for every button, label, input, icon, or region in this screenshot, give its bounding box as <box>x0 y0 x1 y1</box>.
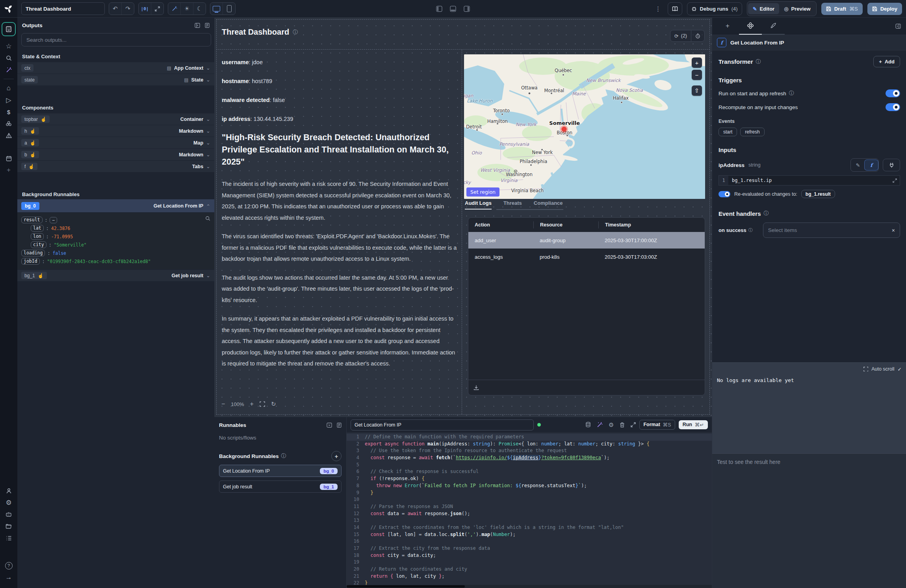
rail-calendar-icon[interactable] <box>3 152 15 164</box>
expand-editor-icon[interactable] <box>631 422 636 427</box>
undo-button[interactable]: ↶ <box>109 3 121 15</box>
map-fit-bounds-button[interactable]: ⇧ <box>692 85 702 96</box>
rail-apps-icon[interactable] <box>2 22 16 36</box>
table-row[interactable]: access_logsprod-k8s2025-03-30T17:03:00Z <box>468 249 705 265</box>
add-transformer-button[interactable]: + Add <box>873 56 900 67</box>
reeval-target-chip[interactable]: bg_1.result <box>801 190 835 198</box>
zero-padding-button[interactable]: |0| <box>139 3 151 15</box>
settings-gear-icon[interactable]: ⚙ <box>609 421 614 428</box>
redo-button[interactable]: ↷ <box>121 3 134 15</box>
chevron-down-icon[interactable]: ⌄ <box>206 67 210 70</box>
desktop-view-button[interactable] <box>210 3 223 15</box>
on-success-select[interactable]: Select items × <box>763 223 900 238</box>
zoom-out-button[interactable]: − <box>221 401 225 408</box>
tab-compliance[interactable]: Compliance <box>534 200 563 210</box>
output-row-state[interactable]: state▤State⌄ <box>17 74 214 86</box>
chevron-down-icon[interactable]: ⌄ <box>206 141 210 145</box>
rail-user-icon[interactable] <box>3 485 15 497</box>
code-editor[interactable]: 1// Define the main function with the re… <box>347 432 712 588</box>
rail-search-icon[interactable] <box>3 52 15 64</box>
rail-add-icon[interactable]: + <box>3 164 15 176</box>
editor-tab[interactable]: ✎ Editor <box>748 3 779 14</box>
runnables-doc-icon[interactable] <box>337 423 342 428</box>
add-runnable-button[interactable]: + <box>331 451 342 461</box>
toggle-left-panel-icon[interactable] <box>436 6 442 12</box>
outputs-doc-icon[interactable] <box>205 23 210 28</box>
expand-logs-icon[interactable] <box>863 367 868 371</box>
chevron-down-icon[interactable]: ⌄ <box>206 130 210 133</box>
component-row-h[interactable]: h☝Markdown⌄ <box>17 125 214 137</box>
chevron-down-icon[interactable]: ⌄ <box>206 274 210 277</box>
light-mode-icon[interactable]: ☀ <box>180 3 193 15</box>
component-row-b[interactable]: b☝Markdown⌄ <box>17 149 214 161</box>
static-mode-icon[interactable]: ✎ <box>851 160 865 170</box>
collapse-panel-icon[interactable] <box>195 23 200 28</box>
rail-settings-icon[interactable]: ⚙ <box>3 497 15 508</box>
rail-home-icon[interactable]: ⌂ <box>3 82 15 94</box>
rail-variables-icon[interactable]: $ <box>3 106 15 118</box>
set-region-button[interactable]: Set region <box>466 187 499 197</box>
tab-threats[interactable]: Threats <box>503 200 522 210</box>
docs-button[interactable] <box>668 2 682 15</box>
json-key[interactable]: city <box>31 241 46 248</box>
toggle-bottom-panel-icon[interactable] <box>450 6 456 12</box>
output-row-ctx[interactable]: ctx▤App Context⌄ <box>17 62 214 74</box>
table-row[interactable]: add_useraudit-group2025-03-30T17:00:00Z <box>468 232 705 249</box>
reeval-toggle[interactable] <box>718 191 730 197</box>
dark-mode-icon[interactable]: ☾ <box>193 3 206 15</box>
chevron-down-icon[interactable]: ⌄ <box>206 153 210 156</box>
collapse-right-panel-icon[interactable] <box>895 17 906 35</box>
draft-button[interactable]: Draft⌘S <box>821 3 863 15</box>
rail-favorites-icon[interactable]: ☆ <box>3 40 15 52</box>
json-search-icon[interactable] <box>205 216 210 221</box>
cache-icon[interactable] <box>585 422 591 428</box>
run-button[interactable]: Run⌘↵ <box>679 420 708 429</box>
fit-view-button[interactable] <box>260 401 265 407</box>
collapse-toggle[interactable]: − <box>50 217 57 223</box>
rail-resources-icon[interactable] <box>3 118 15 130</box>
auto-scroll-label[interactable]: Auto scroll <box>871 366 894 372</box>
magic-wand-icon[interactable] <box>168 3 180 15</box>
ai-wand-icon[interactable] <box>597 422 603 428</box>
chevron-down-icon[interactable]: ⌄ <box>206 78 210 82</box>
map-zoom-in-button[interactable]: + <box>692 58 702 68</box>
more-menu-icon[interactable]: ⋮ <box>654 5 663 13</box>
rail-schedules-icon[interactable] <box>3 130 15 141</box>
runnable-item[interactable]: Get job resultbg_1 <box>219 480 342 493</box>
deploy-button[interactable]: Deploy <box>867 3 902 15</box>
tab-audit-logs[interactable]: Audit Logs <box>465 200 492 210</box>
delete-trash-icon[interactable] <box>620 422 625 428</box>
horizontal-scrollbar[interactable] <box>347 585 712 588</box>
expand-canvas-button[interactable] <box>151 3 163 15</box>
run-on-start-toggle[interactable] <box>886 89 900 97</box>
rail-workers-icon[interactable] <box>3 508 15 520</box>
input-expression[interactable]: 1 bg_1.result.ip <box>718 175 900 185</box>
app-canvas[interactable]: Threat Dashboard ⓘ ⟳ (2) username: jdoeh… <box>214 17 712 417</box>
expand-expression-icon[interactable] <box>893 178 900 183</box>
collapse-bottom-icon[interactable] <box>327 423 332 428</box>
chevron-up-icon[interactable]: ⌄ <box>206 204 210 208</box>
toggle-right-panel-icon[interactable] <box>464 6 470 12</box>
chevron-down-icon[interactable]: ⌄ <box>206 165 210 168</box>
reset-view-button[interactable]: ↻ <box>271 401 276 408</box>
json-key[interactable]: lat <box>31 225 44 232</box>
app-logo-icon[interactable] <box>0 0 17 17</box>
debug-runs-button[interactable]: Debug runs (4) <box>687 2 742 15</box>
eval-mode-icon[interactable]: f <box>865 160 878 170</box>
rail-ai-wand-icon[interactable] <box>3 64 15 76</box>
json-key[interactable]: result <box>21 217 43 223</box>
preview-tab[interactable]: ◎ Preview <box>779 3 815 14</box>
rail-help-icon[interactable]: ? <box>3 560 15 571</box>
rail-folders-icon[interactable] <box>3 520 15 532</box>
component-row-f[interactable]: f☝Tabs⌄ <box>17 161 214 173</box>
chevron-down-icon[interactable]: ⌄ <box>206 118 210 121</box>
settings-tab[interactable] <box>739 17 762 35</box>
component-row-a[interactable]: a☝Map⌄ <box>17 137 214 149</box>
auto-scroll-check-icon[interactable]: ✓ <box>898 366 902 372</box>
runnable-name-input[interactable] <box>351 419 534 430</box>
runnable-item[interactable]: Get Location From IPbg_0 <box>219 465 342 477</box>
event-chip-refresh[interactable]: refresh <box>740 128 764 136</box>
table-download-icon[interactable] <box>473 385 479 390</box>
search-outputs-input[interactable] <box>21 33 211 46</box>
zoom-in-button[interactable]: + <box>250 401 254 408</box>
